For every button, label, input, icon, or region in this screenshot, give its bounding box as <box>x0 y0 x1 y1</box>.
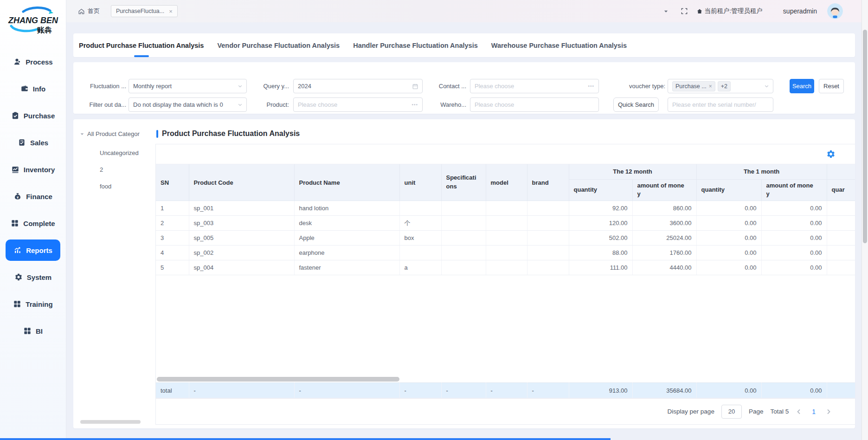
tag-close-icon[interactable]: × <box>709 83 712 90</box>
chevron-down-icon[interactable] <box>663 9 669 14</box>
warehouse-input[interactable] <box>475 101 594 108</box>
contact-field[interactable]: ••• <box>470 79 599 93</box>
sidebar-item-info[interactable]: Info <box>0 75 66 102</box>
contact-input[interactable] <box>475 83 594 90</box>
product-field[interactable]: ••• <box>293 97 423 112</box>
quick-search-button[interactable]: Quick Search <box>613 97 659 112</box>
sidebar-item-complete[interactable]: Complete <box>0 210 66 237</box>
voucher-tag-label: Purchase ... <box>675 83 707 90</box>
sidebar-item-sales[interactable]: Sales <box>0 129 66 156</box>
query-year-field[interactable] <box>293 79 423 93</box>
tab-vendor-purchase-fluctuation-analysis[interactable]: Vendor Purchase Fluctuation Analysis <box>217 33 340 57</box>
sidebar-item-bi[interactable]: BI <box>0 317 66 344</box>
cell-quar <box>827 216 855 231</box>
ellipsis-icon: ••• <box>588 84 594 89</box>
cell-quar <box>827 201 855 216</box>
sidebar-item-reports[interactable]: Reports <box>6 239 60 261</box>
search-button[interactable]: Search <box>790 79 814 93</box>
cell-model <box>486 231 527 246</box>
report-title: Product Purchase Fluctuation Analysis <box>156 129 300 138</box>
total-cell-quar <box>827 383 855 398</box>
sidebar-item-inventory[interactable]: Inventory <box>0 156 66 183</box>
username[interactable]: superadmin <box>783 7 817 15</box>
column-header-unit: unit <box>399 164 441 201</box>
tree-horizontal-scrollbar[interactable] <box>80 420 141 424</box>
reset-button[interactable]: Reset <box>819 79 844 93</box>
total-cell-unit: - <box>399 383 441 398</box>
column-header-q12: quantity <box>569 179 632 201</box>
total-cell-spec: - <box>441 383 486 398</box>
filter-out-select[interactable]: Do not display the data which is 0 <box>129 97 247 112</box>
scrollbar-thumb[interactable] <box>863 30 867 243</box>
app-logo: ZHANG BEN 账犇 <box>0 0 66 46</box>
total-row-table: total------913.0035684.000.000.00 <box>156 382 855 398</box>
clipboard-icon <box>18 138 26 147</box>
money-bag-icon: ¥ <box>13 192 22 201</box>
cell-model <box>486 260 527 275</box>
sidebar: ZHANG BEN 账犇 ProcessInfoPurchaseSalesInv… <box>0 0 66 440</box>
gear-icon <box>14 273 23 281</box>
tree-item-2[interactable]: 2 <box>100 162 139 178</box>
sidebar-item-label: BI <box>36 327 43 335</box>
sidebar-item-training[interactable]: Training <box>0 291 66 317</box>
serial-number-input[interactable] <box>672 101 769 108</box>
ellipsis-icon: ••• <box>411 102 418 107</box>
cell-model <box>486 201 527 216</box>
sidebar-item-finance[interactable]: ¥Finance <box>0 183 66 210</box>
column-settings-gear-icon[interactable] <box>826 149 836 159</box>
cell-a12: 860.00 <box>632 201 696 216</box>
serial-number-field[interactable] <box>668 97 773 112</box>
tab-product-purchase-fluctuation-analysis[interactable]: Product Purchase Fluctuation Analysis <box>79 33 204 57</box>
table-row[interactable]: 3sp_005Applebox502.0025024.000.000.00 <box>156 231 855 246</box>
fluctuation-select[interactable]: Monthly report <box>129 79 247 93</box>
sidebar-item-label: Finance <box>26 193 52 201</box>
table-row[interactable]: 2sp_003desk个120.003600.000.000.00 <box>156 216 855 231</box>
column-header-model: model <box>486 164 527 201</box>
bottom-progress-bar <box>0 438 611 440</box>
tab-handler-purchase-fluctuation-analysis[interactable]: Handler Purchase Fluctuation Analysis <box>353 33 478 57</box>
tenant-switcher[interactable]: 当前租户:管理员租户 <box>696 7 763 15</box>
cell-brand <box>527 246 569 260</box>
home-icon <box>78 8 85 15</box>
voucher-type-select[interactable]: Purchase ... × +2 <box>668 79 773 93</box>
avatar[interactable] <box>827 3 843 19</box>
cell-code: sp_003 <box>189 216 294 231</box>
tree-item-uncategorized[interactable]: Uncategorized <box>100 145 139 162</box>
tree-root-all-product-category[interactable]: All Product Categor <box>80 130 140 137</box>
warehouse-field[interactable] <box>470 97 599 112</box>
cell-name: desk <box>294 216 399 231</box>
prev-page-icon[interactable] <box>796 408 802 415</box>
table-row[interactable]: 5sp_004fastenera111.004440.000.000.00 <box>156 260 855 275</box>
fluctuation-label: Fluctuation ... <box>73 79 126 93</box>
chart-line-icon <box>11 165 19 174</box>
voucher-type-label: voucher type: <box>621 79 665 93</box>
sidebar-item-system[interactable]: System <box>0 264 66 291</box>
group-header-cut <box>827 164 855 179</box>
page-size-input[interactable] <box>721 405 742 419</box>
product-input[interactable] <box>298 101 418 108</box>
cell-sn: 4 <box>156 246 189 260</box>
fullscreen-icon[interactable] <box>681 7 688 15</box>
cell-sn: 3 <box>156 231 189 246</box>
sidebar-item-purchase[interactable]: Purchase <box>0 102 66 129</box>
table-row[interactable]: 4sp_002earphone88.001760.000.000.00 <box>156 246 855 260</box>
scrollbar-thumb[interactable] <box>157 377 399 382</box>
column-header-code: Product Code <box>189 164 294 201</box>
column-header-a12: amount of money <box>632 179 696 201</box>
next-page-icon[interactable] <box>825 408 832 415</box>
home-nav[interactable]: 首页 <box>78 0 100 22</box>
close-icon[interactable]: × <box>169 8 173 15</box>
open-tab-chip[interactable]: PurchaseFluctua... × <box>111 5 178 17</box>
tree-item-food[interactable]: food <box>100 178 139 195</box>
cell-name: Apple <box>294 231 399 246</box>
table-empty-space <box>156 275 855 376</box>
sidebar-item-process[interactable]: Process <box>0 48 66 75</box>
query-year-input[interactable] <box>298 83 418 90</box>
total-cell-code: - <box>189 383 294 398</box>
tab-warehouse-purchase-fluctuation-analysis[interactable]: Warehouse Purchase Fluctuation Analysis <box>491 33 627 57</box>
current-page[interactable]: 1 <box>809 408 818 415</box>
logo-graphic: ZHANG BEN 账犇 <box>4 6 62 36</box>
table-row[interactable]: 1sp_001hand lotion92.00860.000.000.00 <box>156 201 855 216</box>
table-toolbar <box>156 144 855 164</box>
grid-icon <box>11 219 19 227</box>
